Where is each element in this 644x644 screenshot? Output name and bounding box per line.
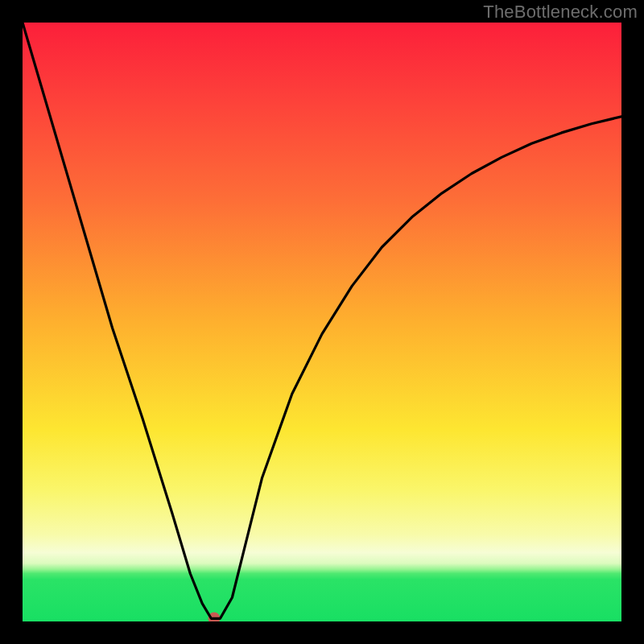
chart-frame: TheBottleneck.com <box>0 0 644 644</box>
plot-area <box>23 23 621 621</box>
curve-svg <box>23 23 621 621</box>
bottleneck-curve <box>23 23 621 618</box>
watermark-text: TheBottleneck.com <box>483 2 638 23</box>
